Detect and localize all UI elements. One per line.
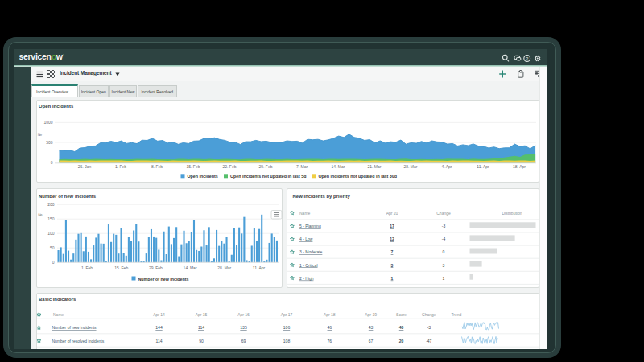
svg-text:Apr 15: Apr 15: [196, 312, 208, 317]
svg-text:-3: -3: [427, 325, 431, 330]
svg-text:69: 69: [242, 339, 246, 343]
svg-text:76: 76: [328, 339, 332, 343]
svg-text:40: 40: [399, 325, 404, 330]
svg-text:Apr 16: Apr 16: [237, 312, 250, 317]
svg-text:-47: -47: [426, 339, 431, 343]
svg-text:106: 106: [283, 325, 291, 330]
svg-text:90: 90: [199, 339, 204, 343]
svg-text:108: 108: [283, 339, 291, 343]
svg-text:114: 114: [156, 339, 163, 343]
svg-text:Score: Score: [396, 312, 407, 317]
svg-text:Trend: Trend: [452, 312, 462, 317]
svg-text:114: 114: [198, 325, 204, 330]
svg-text:43: 43: [369, 325, 374, 330]
svg-text:Number of resolved incidents: Number of resolved incidents: [52, 339, 105, 343]
svg-text:Apr 17: Apr 17: [281, 312, 293, 317]
svg-text:Apr 19: Apr 19: [365, 312, 377, 317]
svg-text:20: 20: [399, 339, 404, 343]
svg-text:Change: Change: [422, 312, 436, 317]
svg-text:135: 135: [240, 325, 247, 330]
svg-text:Apr 18: Apr 18: [324, 312, 336, 317]
svg-text:Apr 14: Apr 14: [153, 312, 165, 317]
svg-text:Number of new incidents: Number of new incidents: [52, 325, 97, 330]
svg-text:67: 67: [369, 339, 374, 343]
svg-text:144: 144: [155, 325, 163, 330]
svg-text:Name: Name: [53, 312, 64, 317]
svg-text:46: 46: [328, 325, 332, 330]
